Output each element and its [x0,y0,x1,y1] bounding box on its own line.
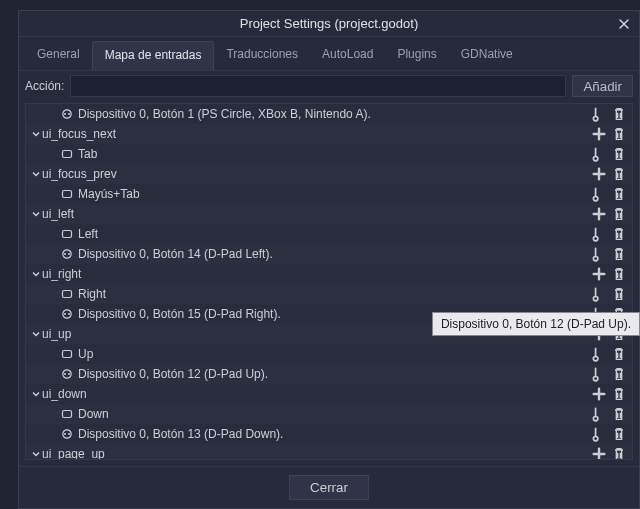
delete-icon[interactable] [610,206,628,222]
close-button[interactable]: Cerrar [289,475,369,500]
tab-gdnative[interactable]: GDNative [449,41,525,70]
expand-toggle-icon[interactable] [30,170,42,178]
event-row[interactable]: Left [26,224,632,244]
svg-rect-13 [63,351,72,358]
action-name-input[interactable] [70,75,566,97]
row-controls [590,106,628,122]
svg-point-12 [68,313,70,315]
event-label: Right [78,287,590,301]
delete-icon[interactable] [610,366,628,382]
keyboard-icon [60,147,74,161]
tab-mapa-de-entradas[interactable]: Mapa de entradas [92,41,215,70]
input-map-list[interactable]: Dispositivo 0, Botón 1 (PS Circle, XBox … [26,104,632,459]
close-icon[interactable] [615,15,633,33]
svg-point-15 [64,373,66,375]
edit-icon[interactable] [590,346,608,362]
delete-icon[interactable] [610,386,628,402]
delete-icon[interactable] [610,446,628,459]
row-controls [590,246,628,262]
edit-icon[interactable] [590,146,608,162]
edit-icon[interactable] [590,366,608,382]
expand-toggle-icon[interactable] [30,210,42,218]
action-row[interactable]: ui_left [26,204,632,224]
delete-icon[interactable] [610,426,628,442]
row-controls [590,446,628,459]
event-row[interactable]: Tab [26,144,632,164]
event-row[interactable]: Down [26,404,632,424]
event-row[interactable]: Dispositivo 0, Botón 13 (D-Pad Down). [26,424,632,444]
delete-icon[interactable] [610,246,628,262]
delete-icon[interactable] [610,286,628,302]
event-label: Dispositivo 0, Botón 1 (PS Circle, XBox … [78,107,590,121]
svg-point-19 [64,433,66,435]
titlebar: Project Settings (project.godot) [19,11,639,37]
tooltip: Dispositivo 0, Botón 12 (D-Pad Up). [432,312,640,336]
tab-traducciones[interactable]: Traducciones [214,41,310,70]
add-event-icon[interactable] [590,126,608,142]
add-action-button[interactable]: Añadir [572,75,633,97]
action-row[interactable]: ui_right [26,264,632,284]
event-row[interactable]: Dispositivo 0, Botón 1 (PS Circle, XBox … [26,104,632,124]
action-name: ui_left [42,207,590,221]
delete-icon[interactable] [610,126,628,142]
joybutton-icon [60,307,74,321]
event-row[interactable]: Right [26,284,632,304]
expand-toggle-icon[interactable] [30,270,42,278]
row-controls [590,426,628,442]
event-row[interactable]: Dispositivo 0, Botón 14 (D-Pad Left). [26,244,632,264]
joybutton-icon [60,247,74,261]
add-event-icon[interactable] [590,166,608,182]
svg-rect-5 [63,231,72,238]
add-event-icon[interactable] [590,446,608,459]
row-controls [590,286,628,302]
event-row[interactable]: Mayús+Tab [26,184,632,204]
event-row[interactable]: Dispositivo 0, Botón 12 (D-Pad Up). [26,364,632,384]
joybutton-icon [60,427,74,441]
expand-toggle-icon[interactable] [30,130,42,138]
add-event-icon[interactable] [590,206,608,222]
add-event-icon[interactable] [590,266,608,282]
action-name: ui_focus_next [42,127,590,141]
svg-point-2 [68,113,70,115]
action-row[interactable]: ui_down [26,384,632,404]
edit-icon[interactable] [590,426,608,442]
project-settings-dialog: Project Settings (project.godot) General… [18,10,640,509]
edit-icon[interactable] [590,226,608,242]
event-label: Mayús+Tab [78,187,590,201]
action-row[interactable]: ui_focus_prev [26,164,632,184]
dialog-footer: Cerrar [19,466,639,508]
row-controls [590,366,628,382]
delete-icon[interactable] [610,406,628,422]
action-name: ui_down [42,387,590,401]
edit-icon[interactable] [590,186,608,202]
action-name: ui_focus_prev [42,167,590,181]
delete-icon[interactable] [610,166,628,182]
action-row[interactable]: ui_focus_next [26,124,632,144]
add-event-icon[interactable] [590,386,608,402]
event-label: Tab [78,147,590,161]
tab-plugins[interactable]: Plugins [385,41,448,70]
event-label: Dispositivo 0, Botón 12 (D-Pad Up). [78,367,590,381]
delete-icon[interactable] [610,346,628,362]
edit-icon[interactable] [590,106,608,122]
delete-icon[interactable] [610,106,628,122]
edit-icon[interactable] [590,286,608,302]
expand-toggle-icon[interactable] [30,330,42,338]
joybutton-icon [60,367,74,381]
action-label: Acción: [25,79,64,93]
action-row[interactable]: ui_page_up [26,444,632,459]
event-row[interactable]: Up [26,344,632,364]
delete-icon[interactable] [610,146,628,162]
event-label: Dispositivo 0, Botón 13 (D-Pad Down). [78,427,590,441]
expand-toggle-icon[interactable] [30,450,42,458]
edit-icon[interactable] [590,246,608,262]
tab-autoload[interactable]: AutoLoad [310,41,385,70]
edit-icon[interactable] [590,406,608,422]
keyboard-icon [60,227,74,241]
tab-general[interactable]: General [25,41,92,70]
delete-icon[interactable] [610,226,628,242]
svg-rect-9 [63,291,72,298]
delete-icon[interactable] [610,186,628,202]
expand-toggle-icon[interactable] [30,390,42,398]
delete-icon[interactable] [610,266,628,282]
